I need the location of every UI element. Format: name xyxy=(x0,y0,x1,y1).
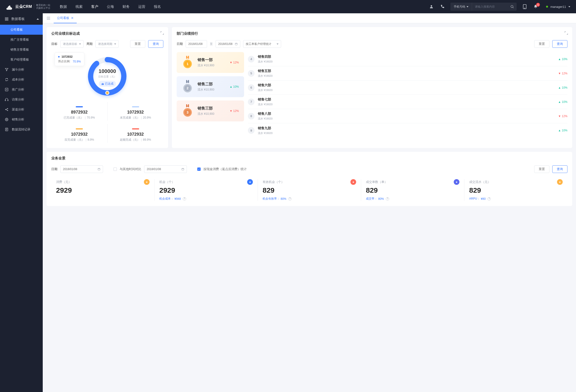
svg-text:2: 2 xyxy=(187,86,189,90)
donut-center: 100000 目标总量（元） 已达成 xyxy=(98,68,116,87)
rank-1: 1 销售一部流水 ¥10,900 ▼ 12% xyxy=(177,52,244,73)
bell-icon[interactable]: 5 xyxy=(533,4,539,9)
sidebar-item-sales[interactable]: 销售分析 xyxy=(0,115,43,124)
sidebar-item-company-board[interactable]: 公司看板 xyxy=(0,25,43,35)
svg-rect-20 xyxy=(235,43,237,45)
reset-button[interactable]: 重置 xyxy=(130,40,145,48)
topnav-data[interactable]: 数据 xyxy=(60,4,67,9)
sidebar-item-funnel[interactable]: 漏斗分析 xyxy=(0,65,43,75)
rank-list: 4销售四部流水 ¥19020▲ 10%5销售五部流水 ¥19020▼ 12%6销… xyxy=(248,52,568,138)
silver-medal-icon: 2 xyxy=(182,81,193,92)
topnav-finance[interactable]: 财务 xyxy=(122,4,130,9)
kpi-cell: 成交单数（单）●829成交率：80%? xyxy=(361,179,464,201)
topnav-ops[interactable]: 运营 xyxy=(138,4,145,9)
sidebar-item-visitor[interactable]: 访客分析 xyxy=(0,94,43,105)
overview-compare-date-input[interactable]: 2018/01/08 xyxy=(144,165,187,173)
tab-company-board[interactable]: 公司看板 xyxy=(54,13,77,23)
delta-down-icon: ▼ 12% xyxy=(230,61,239,64)
svg-rect-7 xyxy=(5,19,6,20)
topbar: ☁ 云朵CRM 教育机构一站 式服务云平台 数据 线索 客户 公海 财务 运营 … xyxy=(0,0,576,13)
help-icon[interactable]: ? xyxy=(488,197,491,201)
date-from-input[interactable]: 2018/01/08 xyxy=(186,40,207,48)
rank-row: 6销售六部流水 ¥19020▲ 10% xyxy=(248,81,568,95)
refresh-icon xyxy=(5,78,8,82)
user-icon[interactable] xyxy=(429,4,434,9)
chart-tooltip: 1072932 所占比例:70.9% xyxy=(55,53,84,66)
topnav-pool[interactable]: 公海 xyxy=(107,4,114,9)
svg-text:3: 3 xyxy=(187,111,189,114)
sidebar-item-account-mgr-board[interactable]: 客户经理看板 xyxy=(0,55,43,65)
search-button[interactable] xyxy=(508,3,517,11)
device-icon[interactable] xyxy=(522,4,528,9)
help-icon[interactable]: ? xyxy=(183,197,186,201)
delta-down-icon: ▼ 12% xyxy=(230,109,239,113)
user-menu[interactable]: manager11 xyxy=(546,5,570,8)
help-icon[interactable]: ? xyxy=(288,197,291,201)
reset-button[interactable]: 重置 xyxy=(534,165,549,173)
main: 公司看板 公司业绩目标达成 目标 请选择目标 周期 请选择周期 xyxy=(43,13,576,392)
svg-point-2 xyxy=(511,5,513,8)
rank-number: 8 xyxy=(248,113,255,120)
select-target[interactable]: 请选择目标 xyxy=(60,40,84,48)
overview-date-input[interactable]: 2018/01/08 xyxy=(60,165,103,173)
label-period: 周期 xyxy=(86,42,93,46)
kpi-icon: ● xyxy=(454,179,460,185)
svg-rect-8 xyxy=(7,19,8,20)
delta-up-icon: ▲ 10% xyxy=(558,129,568,132)
brand-subtitle: 教育机构一站 式服务云平台 xyxy=(34,4,50,9)
calendar-icon xyxy=(98,168,100,171)
topnav-customer[interactable]: 客户 xyxy=(91,4,98,9)
query-button[interactable]: 查询 xyxy=(552,40,568,48)
sidebar-item-promo[interactable]: 推广分析 xyxy=(0,85,43,94)
kpi-cell: 机会（个）●2929机会成本：¥948? xyxy=(154,179,258,201)
svg-text:☁: ☁ xyxy=(8,4,10,7)
kpi-cell: 消费（元）●2929 xyxy=(51,179,154,201)
rank-number: 6 xyxy=(248,84,255,91)
compare-checkbox[interactable] xyxy=(114,168,117,171)
topbar-right: 手机号码 5 manager11 xyxy=(429,3,570,11)
expand-icon[interactable] xyxy=(564,30,569,36)
expand-icon[interactable] xyxy=(160,30,165,36)
cash-checkbox[interactable]: ✓ xyxy=(197,168,201,171)
search-category-select[interactable]: 手机号码 xyxy=(450,3,472,11)
sidebar-section-dashboard[interactable]: 数据看板 xyxy=(0,13,43,25)
help-icon[interactable]: ? xyxy=(386,197,389,201)
sidebar-item-cost[interactable]: 成本分析 xyxy=(0,75,43,85)
select-groupby[interactable]: 按工单客户经理统计 xyxy=(243,40,281,48)
chart-icon xyxy=(5,88,8,91)
topnav-leads[interactable]: 线索 xyxy=(76,4,83,9)
delta-down-icon: ▼ 12% xyxy=(558,72,568,75)
sidebar-toggle-icon[interactable] xyxy=(45,15,52,22)
sidebar-item-sales-lead-board[interactable]: 销售主管看板 xyxy=(0,45,43,55)
donut-chart: 1072932 所占比例:70.9% 100000 目标总量（元） xyxy=(51,53,163,100)
svg-rect-11 xyxy=(8,100,8,101)
topnav-register[interactable]: 报名 xyxy=(154,4,161,9)
sidebar-item-promo-lead-board[interactable]: 推广主管看板 xyxy=(0,35,43,45)
funnel-icon xyxy=(5,68,8,71)
logo-icon: ☁ xyxy=(6,3,13,10)
card-rank: 部门业绩排行 日期 2018/01/08 至 2018/01/08 按工单客户经… xyxy=(172,27,572,148)
tabs-bar: 公司看板 xyxy=(43,13,576,23)
sidebar-item-channel[interactable]: 渠道分析 xyxy=(0,105,43,115)
delta-up-icon: ▲ 10% xyxy=(558,86,568,89)
delta-down-icon: ▼ 12% xyxy=(558,115,568,118)
sidebar: 数据看板 公司看板 推广主管看板 销售主管看板 客户经理看板 漏斗分析 成本分析… xyxy=(0,13,43,392)
query-button[interactable]: 查询 xyxy=(552,165,568,173)
reset-button[interactable]: 重置 xyxy=(534,40,549,48)
chevron-down-icon xyxy=(79,43,81,45)
query-button[interactable]: 查询 xyxy=(148,40,163,48)
sidebar-item-dataflow[interactable]: 数据流转记录 xyxy=(0,124,43,134)
card-overview: 业务全景 日期 2018/01/08 与其他时间对比 2018/01/08 ✓ … xyxy=(47,152,572,206)
bronze-medal-icon: 3 xyxy=(182,105,193,117)
kpi-icon: ● xyxy=(350,179,356,185)
phone-icon[interactable] xyxy=(439,4,445,9)
svg-rect-31 xyxy=(182,168,184,170)
search-input[interactable] xyxy=(472,3,508,11)
date-to-input[interactable]: 2018/01/08 xyxy=(216,40,240,48)
svg-point-12 xyxy=(5,109,6,110)
chevron-down-icon xyxy=(568,6,570,7)
overview-filters: 日期 2018/01/08 与其他时间对比 2018/01/08 ✓ 按现金消费… xyxy=(51,165,568,173)
rank-row: 8销售八部流水 ¥19020▼ 12% xyxy=(248,109,568,123)
select-period[interactable]: 请选择周期 xyxy=(95,40,119,48)
close-icon[interactable] xyxy=(71,17,73,19)
